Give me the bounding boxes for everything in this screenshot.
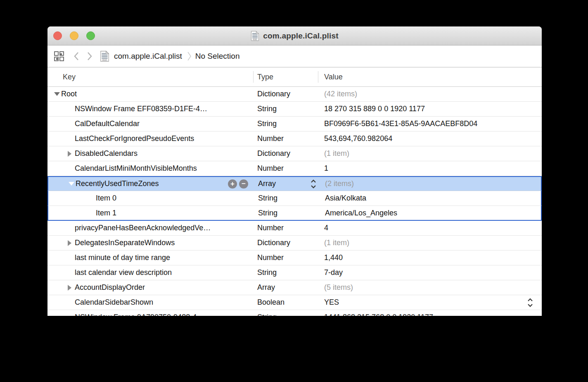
value-cell: 543,694,760.982064	[318, 131, 542, 146]
key-cell: Item 0	[48, 191, 254, 205]
key-label: Item 1	[96, 209, 116, 217]
value-cell: (5 items)	[318, 280, 542, 295]
table-row[interactable]: CalendarSidebarShownBooleanYES	[47, 295, 542, 310]
disclosure-toggle[interactable]	[68, 151, 75, 157]
key-cell: privacyPaneHasBeenAcknowledgedVe…	[47, 221, 253, 235]
key-cell: DelegatesInSeparateWindows	[47, 236, 253, 250]
key-cell: last minute of day time range	[47, 251, 253, 265]
disclosure-toggle[interactable]	[68, 240, 75, 246]
key-label: NSWindow Frame EFF08359-D1FE-4…	[75, 105, 207, 113]
value-cell: 7-day	[318, 265, 542, 280]
value-cell: 1,440	[318, 251, 542, 265]
svg-text:PLIST: PLIST	[103, 60, 107, 61]
table-row[interactable]: privacyPaneHasBeenAcknowledgedVe…Number4	[47, 221, 542, 236]
type-cell: String	[253, 265, 318, 280]
key-label: CalendarSidebarShown	[75, 298, 153, 307]
column-divider[interactable]	[318, 71, 318, 83]
type-label: Dictionary	[257, 149, 290, 158]
key-cell: CalDefaultCalendar	[47, 117, 253, 131]
disclosure-collapsed-icon[interactable]	[68, 151, 71, 157]
table-row[interactable]: DisabledCalendarsDictionary(1 item)	[47, 146, 542, 161]
type-cell: String	[254, 206, 319, 220]
type-label: Boolean	[257, 298, 285, 307]
add-row-button[interactable]: +	[228, 179, 237, 189]
table-row[interactable]: RecentlyUsedTimeZones+−Array(2 items)	[47, 176, 542, 191]
key-cell: CalendarSidebarShown	[47, 295, 253, 310]
value-label: BF0969F6-5B61-43E1-85A5-9AACAEBF8D04	[324, 119, 477, 128]
key-cell: Item 1	[48, 206, 254, 220]
type-cell: Number	[253, 131, 318, 146]
type-cell: String	[254, 191, 319, 205]
back-button[interactable]	[74, 52, 79, 61]
disclosure-collapsed-icon[interactable]	[68, 285, 71, 291]
value-cell: 1441 868 315 768 0 0 1920 1177	[318, 310, 542, 316]
column-header-value[interactable]: Value	[318, 73, 542, 81]
table-header: Key Type Value	[47, 67, 542, 87]
type-label: String	[257, 119, 277, 128]
table-body: RootDictionary(42 items)NSWindow Frame E…	[47, 87, 542, 316]
type-label: String	[258, 209, 277, 217]
type-cell: Dictionary	[253, 236, 318, 250]
disclosure-expanded-icon[interactable]	[54, 92, 60, 96]
table-row[interactable]: CalendarListMiniMonthVisibleMonthsNumber…	[47, 161, 542, 176]
key-cell: CalendarListMiniMonthVisibleMonths	[47, 161, 253, 176]
value-label: (1 item)	[324, 149, 349, 158]
disclosure-toggle[interactable]	[54, 92, 61, 96]
table-row[interactable]: CalDefaultCalendarStringBF0969F6-5B61-43…	[47, 117, 542, 131]
remove-row-button[interactable]: −	[239, 179, 248, 189]
type-cell: String	[253, 117, 318, 131]
window-title: com.apple.iCal.plist	[263, 31, 338, 41]
type-label: Array	[258, 179, 276, 188]
breadcrumb-file[interactable]: com.apple.iCal.plist	[114, 52, 182, 61]
table-row[interactable]: NSWindow Frame EFF08359-D1FE-4…String18 …	[47, 102, 542, 117]
type-stepper-icon[interactable]	[310, 179, 317, 189]
table-row[interactable]: NSWindow Frame 9A790750-9488-4…String144…	[47, 310, 542, 316]
value-cell: (1 item)	[318, 236, 542, 250]
disclosure-expanded-icon[interactable]	[69, 182, 74, 186]
value-label: 543,694,760.982064	[324, 134, 392, 143]
type-label: Number	[257, 253, 284, 262]
key-label: AccountDisplayOrder	[75, 283, 145, 292]
window-title-group: PLIST com.apple.iCal.plist	[47, 26, 542, 45]
type-label: Dictionary	[257, 90, 290, 98]
value-label: America/Los_Angeles	[325, 209, 397, 217]
column-header-type[interactable]: Type	[253, 73, 318, 81]
value-cell: 4	[318, 221, 542, 235]
value-label: YES	[324, 298, 339, 307]
value-label: 7-day	[324, 268, 343, 277]
value-cell: (2 items)	[319, 177, 541, 191]
key-cell: NSWindow Frame 9A790750-9488-4…	[47, 310, 253, 316]
value-label: (1 item)	[324, 239, 349, 247]
type-cell: String	[253, 310, 318, 316]
key-label: LastCheckForIgnoredPseudoEvents	[75, 134, 194, 143]
value-stepper-icon[interactable]	[527, 298, 533, 308]
forward-button[interactable]	[87, 52, 92, 61]
related-items-icon[interactable]	[54, 51, 64, 62]
table-row[interactable]: last calendar view descriptionString7-da…	[47, 265, 542, 280]
disclosure-toggle[interactable]	[69, 182, 76, 186]
jump-bar: PLIST com.apple.iCal.plist No Selection	[47, 45, 542, 67]
svg-text:PLIST: PLIST	[253, 39, 257, 41]
disclosure-toggle[interactable]	[68, 285, 75, 291]
breadcrumb-selection[interactable]: No Selection	[195, 52, 240, 61]
disclosure-collapsed-icon[interactable]	[68, 240, 71, 246]
column-header-key[interactable]: Key	[47, 73, 253, 81]
type-label: Dictionary	[257, 239, 290, 247]
titlebar[interactable]: PLIST com.apple.iCal.plist	[47, 26, 542, 45]
value-label: 1441 868 315 768 0 0 1920 1177	[324, 313, 433, 316]
table-row[interactable]: last minute of day time rangeNumber1,440	[47, 251, 542, 265]
table-row[interactable]: RootDictionary(42 items)	[47, 87, 542, 102]
table-row[interactable]: AccountDisplayOrderArray(5 items)	[47, 280, 542, 295]
table-row[interactable]: LastCheckForIgnoredPseudoEventsNumber543…	[47, 131, 542, 146]
value-label: (5 items)	[324, 283, 353, 292]
column-divider[interactable]	[253, 71, 254, 83]
breadcrumb-separator-icon	[187, 51, 192, 62]
type-label: Number	[257, 134, 284, 143]
table-row[interactable]: Item 1StringAmerica/Los_Angeles	[47, 206, 542, 221]
key-label: CalDefaultCalendar	[75, 119, 140, 128]
key-label: NSWindow Frame 9A790750-9488-4…	[75, 313, 204, 316]
table-row[interactable]: DelegatesInSeparateWindowsDictionary(1 i…	[47, 236, 542, 251]
key-label: DisabledCalendars	[75, 149, 138, 158]
key-label: Root	[61, 90, 77, 98]
table-row[interactable]: Item 0StringAsia/Kolkata	[47, 191, 542, 206]
